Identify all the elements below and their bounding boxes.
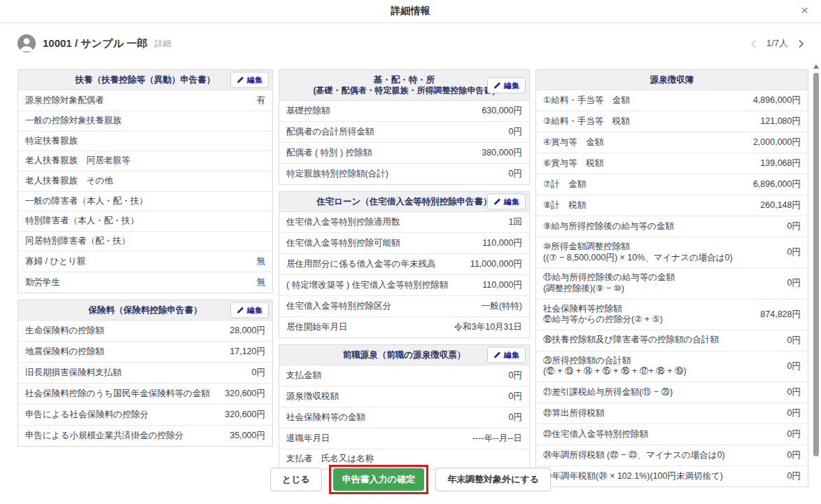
row-label: 社会保険料控除のうち国民年金保険料等の金額 [25, 388, 210, 400]
row-value: 0円 [787, 277, 801, 289]
row-label: 旧長期損害保険料支払額 [25, 368, 122, 379]
edit-button[interactable]: 編集 [487, 347, 526, 363]
scrollbar-thumb[interactable] [813, 73, 819, 456]
table-row: 一般の障害者（本人・配・扶） [18, 191, 272, 211]
row-value: 0円 [509, 391, 522, 402]
table-title: 基・配・特・所 [310, 74, 498, 85]
row-label: ①給料・手当等 金額 [543, 95, 630, 106]
table-row: 旧長期損害保険料支払額0円 [18, 362, 272, 383]
modal-header: 詳細情報 × [0, 0, 821, 23]
table-row: 源泉控除対象配偶者有 [18, 90, 272, 111]
row-label: 老人扶養親族 同居老親等 [25, 155, 130, 167]
row-label: ⑩所得金額調整控除額 ((⑦ − 8,500,000円) × 10%、マイナスの… [543, 241, 733, 263]
row-label: ㉔年調所得税額 (㉒ − ㉓、マイナスの場合は0) [543, 450, 725, 461]
row-label: 生命保険料の控除額 [25, 326, 104, 337]
table-row: 住宅借入金等特別控除適用数1回 [279, 212, 529, 232]
pager: 1/7人 [750, 37, 804, 50]
pencil-icon [237, 307, 244, 314]
annotation-highlight-box: 申告書入力の確定 [329, 465, 428, 494]
pencil-icon [493, 81, 501, 89]
row-label: 基礎控除額 [286, 106, 330, 117]
subheader: 10001 / サンプル 一郎 詳細 1/7人 [0, 23, 821, 61]
employee-detail-link[interactable]: 詳細 [155, 38, 171, 50]
table-row: 同居特別障害者（配・扶） [18, 231, 272, 251]
row-label: ⑥賞与等 税額 [543, 158, 603, 169]
table-header: 前職源泉（前職の源泉徴収票）編集 [279, 345, 529, 365]
row-label: ㉑差引課税給与所得金額(⑪ − ⑳) [543, 387, 673, 398]
row-label: ④賞与等 金額 [543, 137, 603, 148]
table-title: 前職源泉（前職の源泉徴収票） [310, 349, 498, 360]
table-row: ㉑差引課税給与所得金額(⑪ − ⑳)0円 [536, 382, 808, 402]
row-value: 0円 [787, 407, 801, 419]
scrollbar[interactable] [813, 62, 820, 504]
row-value: 380,000円 [482, 147, 522, 159]
close-icon[interactable]: × [801, 4, 808, 17]
table-row: 寡婦 / ひとり親無 [18, 251, 272, 272]
pencil-icon [493, 198, 501, 206]
pencil-icon [493, 351, 501, 359]
row-label: 支払者 氏名又は名称 [286, 454, 374, 465]
row-value: 0円 [787, 449, 801, 461]
edit-button[interactable]: 編集 [487, 194, 526, 210]
pager-next-icon[interactable] [798, 39, 804, 48]
row-label: 勤労学生 [25, 277, 60, 288]
table-row: ⑳所得控除額の合計額 (⑫ + ⑬ + ⑭ + ⑮ + ⑯ + ⑰+ ⑱ + ⑲… [536, 351, 808, 382]
edit-button[interactable]: 編集 [230, 302, 269, 318]
row-value: 320,600円 [225, 388, 265, 400]
confirm-declaration-button[interactable]: 申告書入力の確定 [333, 468, 424, 491]
row-value: 無 [257, 276, 266, 288]
row-value: 無 [257, 255, 266, 267]
table-row: 老人扶養親族 その他 [18, 171, 272, 191]
table-header: 住宅ローン（住宅借入金等特別控除申告書）編集 [279, 192, 529, 212]
table-row: ⑥賞与等 税額139,068円 [536, 153, 808, 174]
table-row: 支払金額0円 [279, 365, 529, 386]
row-value: 630,000円 [482, 105, 522, 117]
table-jutaku-loan: 住宅ローン（住宅借入金等特別控除申告書）編集住宅借入金等特別控除適用数1回住宅借… [279, 191, 530, 338]
row-label: ⑱扶養控除額及び障害者等の控除額の合計額 [543, 335, 719, 346]
table-row: ⑦計 金額6,896,000円 [536, 174, 808, 195]
pager-prev-icon[interactable] [750, 39, 757, 48]
row-value: 260,148円 [760, 200, 801, 211]
table-hokenryo: 保険料（保険料控除申告書）編集生命保険料の控除額28,000円地震保険料の控除額… [17, 300, 273, 447]
row-label: 同居特別障害者（配・扶） [25, 236, 130, 247]
row-label: ⑪給与所得控除後の給与等の金額 (調整控除後)(⑨ − ⑩) [543, 272, 675, 294]
row-label: 配偶者の合計所得金額 [286, 127, 374, 138]
table-row: ㉓住宅借入金等特別控除額0円 [536, 424, 808, 444]
table-header: 保険料（保険料控除申告書）編集 [18, 300, 272, 321]
exclude-year-end-adjustment-button[interactable]: 年末調整対象外にする [435, 468, 551, 491]
table-row: 住宅借入金等特別控除区分一般(特特) [279, 295, 529, 316]
edit-button[interactable]: 編集 [487, 77, 526, 93]
table-subtitle: (基礎・配偶者・特定親族・所得調整控除申告書) [310, 85, 498, 96]
table-row: ⑪給与所得控除後の給与等の金額 (調整控除後)(⑨ − ⑩)0円 [536, 267, 808, 298]
scroll-up-arrow-icon[interactable] [813, 64, 819, 69]
row-value: 0円 [787, 335, 801, 346]
row-value: 0円 [509, 168, 522, 180]
row-label: 社会保険料等の金額 [286, 412, 365, 424]
row-value: 0円 [509, 126, 522, 138]
row-value: 28,000円 [230, 325, 265, 337]
row-label: 住宅借入金等特別控除可能額 [286, 238, 400, 249]
content: 扶養（扶養控除等（異動）申告書）編集源泉控除対象配偶者有一般の控除対象扶養親族特… [0, 61, 821, 493]
row-value: 一般(特特) [482, 300, 522, 312]
table-row: 源泉徴収税額0円 [279, 386, 529, 407]
row-label: 一般の控除対象扶養親族 [25, 115, 122, 127]
close-button[interactable]: とじる [270, 468, 322, 491]
table-title: 源泉徴収簿 [567, 74, 777, 85]
table-row: ㉒算出所得税額0円 [536, 402, 808, 424]
table-row: 居住用部分に係る借入金等の年末残高11,000,000円 [279, 253, 529, 274]
row-label: 寡婦 / ひとり親 [25, 256, 85, 267]
row-value: 2,000,000円 [753, 136, 801, 148]
row-label: 老人扶養親族 その他 [25, 176, 113, 187]
pencil-icon [237, 76, 244, 84]
table-title: 住宅ローン（住宅借入金等特別控除申告書） [310, 196, 498, 207]
row-label: ③給料・手当等 税額 [543, 116, 630, 127]
edit-button[interactable]: 編集 [230, 72, 269, 88]
row-value: 4,896,000円 [753, 94, 801, 106]
table-row: ⑱扶養控除額及び障害者等の控除額の合計額0円 [536, 330, 808, 351]
table-row: ㉔年調所得税額 (㉒ − ㉓、マイナスの場合は0)0円 [536, 444, 808, 465]
table-row: ①給料・手当等 金額4,896,000円 [536, 90, 808, 111]
table-row: ⑨給与所得控除後の給与等の金額0円 [536, 216, 808, 237]
table-row: 社会保険料等の金額0円 [279, 407, 529, 428]
row-value: 0円 [509, 412, 522, 424]
table-row: 退職年月日----年--月--日 [279, 428, 529, 449]
